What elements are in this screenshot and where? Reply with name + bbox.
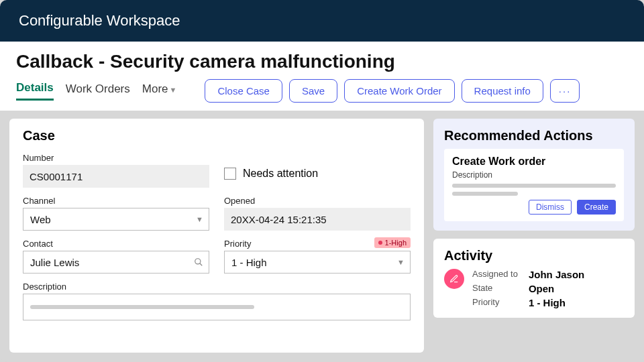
- more-actions-button[interactable]: ···: [550, 79, 580, 103]
- activity-state-label: State: [472, 283, 518, 294]
- recommended-card: Create Work order Description Dismiss Cr…: [444, 149, 624, 221]
- channel-label: Channel: [23, 196, 209, 206]
- priority-label: Priority: [224, 239, 251, 249]
- activity-state-value: Open: [529, 283, 584, 294]
- svg-line-1: [200, 263, 203, 266]
- activity-priority-label: Priority: [472, 297, 518, 308]
- create-work-order-button[interactable]: Create Work Order: [344, 79, 454, 103]
- number-label: Number: [23, 153, 209, 163]
- create-button[interactable]: Create: [577, 200, 616, 215]
- description-field[interactable]: [23, 294, 411, 320]
- svg-point-0: [195, 259, 201, 264]
- channel-select[interactable]: Web ▼: [23, 208, 209, 231]
- needs-attention-label: Needs attention: [243, 168, 318, 180]
- activity-priority-value: 1 - High: [529, 297, 584, 308]
- priority-select[interactable]: 1 - High ▼: [224, 251, 411, 274]
- recommended-card-title: Create Work order: [452, 156, 616, 168]
- top-bar: Configurable Workspace: [0, 0, 644, 42]
- tab-bar: Details Work Orders More▼: [16, 81, 176, 101]
- page-title: Callback - Security camera malfunctionin…: [16, 51, 628, 72]
- recommended-actions-panel: Recommended Actions Create Work order De…: [433, 119, 635, 231]
- opened-field: 20XX-04-24 15:21:35: [224, 208, 411, 231]
- action-bar: Close Case Save Create Work Order Reques…: [205, 79, 580, 103]
- request-info-button[interactable]: Request info: [462, 79, 543, 103]
- search-icon: [194, 257, 203, 267]
- chevron-down-icon: ▼: [397, 258, 405, 266]
- contact-lookup[interactable]: Julie Lewis: [23, 251, 209, 274]
- opened-label: Opened: [224, 196, 411, 206]
- recommended-card-desc-label: Description: [452, 170, 616, 180]
- page-header: Callback - Security camera malfunctionin…: [0, 42, 644, 111]
- tab-more[interactable]: More▼: [142, 82, 177, 100]
- chevron-down-icon: ▼: [170, 86, 177, 94]
- activity-assigned-value: John Jason: [529, 269, 584, 280]
- recommended-heading: Recommended Actions: [444, 128, 624, 143]
- number-field: CS0001171: [23, 165, 209, 188]
- priority-badge: 1-High: [374, 237, 411, 248]
- activity-panel: Activity Assigned to John Jason State Op…: [433, 239, 635, 318]
- tab-details[interactable]: Details: [16, 81, 54, 101]
- description-label: Description: [23, 282, 411, 292]
- case-heading: Case: [23, 128, 411, 143]
- activity-assigned-label: Assigned to: [472, 269, 518, 280]
- activity-heading: Activity: [444, 248, 624, 263]
- close-case-button[interactable]: Close Case: [205, 79, 282, 103]
- edit-icon: [444, 269, 464, 289]
- save-button[interactable]: Save: [289, 79, 337, 103]
- case-panel: Case Number CS0001171 Needs attention Ch…: [9, 119, 424, 353]
- chevron-down-icon: ▼: [196, 215, 203, 223]
- tab-work-orders[interactable]: Work Orders: [66, 82, 130, 100]
- workspace-title: Configurable Workspace: [19, 12, 180, 29]
- dismiss-button[interactable]: Dismiss: [529, 200, 572, 215]
- needs-attention-checkbox[interactable]: [224, 168, 236, 180]
- contact-label: Contact: [23, 239, 209, 249]
